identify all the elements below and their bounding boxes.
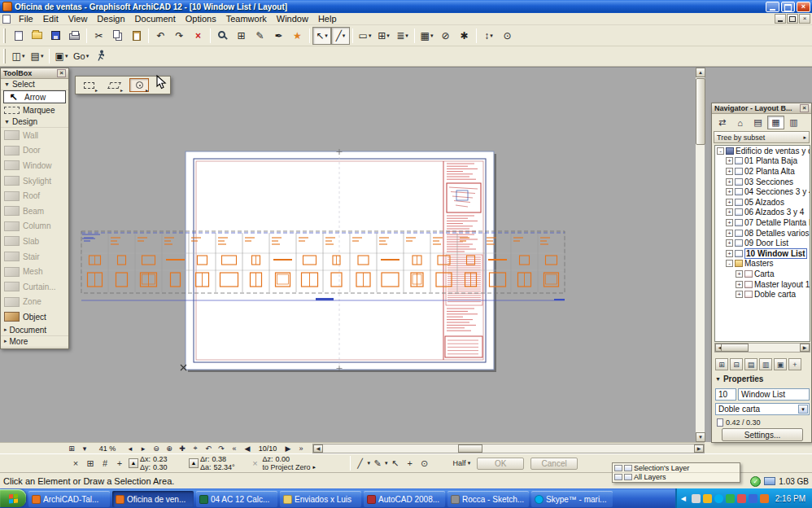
new-file-button[interactable] [9,27,28,45]
line-tool-button[interactable]: ╱▾ [331,27,350,45]
tray-network-icon[interactable] [749,494,757,503]
previous-page-button[interactable]: ◀ [241,443,254,453]
expand-toggle-icon[interactable]: + [726,168,733,175]
walk-mode-button[interactable] [91,47,110,65]
display-options-button[interactable]: ⊞ [65,443,78,453]
zoom-increase-button[interactable]: ▸ [137,443,150,453]
expand-toggle-icon[interactable]: + [726,219,733,226]
toolbox-item[interactable]: Marquee [1,103,68,116]
z-lock-icon[interactable]: × [248,457,263,470]
expand-toggle-icon[interactable]: - [717,147,724,155]
tray-chevron-icon[interactable]: ◀ [681,495,689,502]
favorites-button[interactable]: ★ [288,27,307,45]
chevron-right-icon[interactable]: ▸ [313,463,336,471]
view-map-button[interactable]: ▤ [749,116,766,129]
taskbar-task[interactable]: Rocca - Sketch... [447,491,529,507]
gravity-button[interactable]: ↕▾ [479,27,498,45]
close-icon[interactable]: × [57,69,66,77]
expand-toggle-icon[interactable]: + [726,199,733,206]
tray-messenger-icon[interactable] [726,494,735,503]
tray-volume-icon[interactable] [692,494,701,503]
expand-toggle-icon[interactable]: + [726,239,733,247]
tree-item[interactable]: + 06 Alzados 3 y 4 [715,208,810,218]
origin-button[interactable]: + [112,457,127,470]
scroll-left-button[interactable]: ◀ [313,444,323,453]
expand-toggle-icon[interactable]: + [726,250,733,257]
toolbox-titlebar[interactable]: ToolBox × [1,68,68,79]
layout-id-field[interactable]: 10 [715,388,736,401]
tree-horizontal-scrollbar[interactable]: ◀ ▶ [714,343,810,353]
grid-toggle-button[interactable]: ⊞ [83,457,98,470]
menu-item[interactable]: Window [272,13,313,25]
layer-option[interactable]: Selection's Layer [613,463,740,472]
navigator-preview-button[interactable]: ◫▾ [9,47,28,65]
inject-parameters-button[interactable]: ✒ [269,27,288,45]
scroll-right-button[interactable]: ▶ [800,344,810,352]
menu-item[interactable]: Options [181,13,221,25]
guide-lines-button[interactable]: ╱ [353,457,368,470]
expand-toggle-icon[interactable]: + [726,178,733,186]
toolbox-section-more[interactable]: ▸More [1,336,68,348]
settings-button[interactable]: Settings... [722,428,803,441]
snap-plus-button[interactable]: + [403,457,417,470]
toolbox-item[interactable]: Skylight [1,173,68,189]
toolbox-item[interactable]: Mesh [1,264,68,279]
save-button[interactable] [46,27,65,45]
next-page-button[interactable]: ▶ [282,443,295,453]
toolbox-item[interactable]: Door [1,143,68,159]
menu-item[interactable]: Document [130,13,181,25]
previous-zoom-button[interactable]: ↶ [202,443,215,453]
relative-xy-toggle[interactable]: ▲ [129,458,138,468]
marquee-thin-button[interactable] [79,78,98,92]
tree-item[interactable]: + 09 Door List [715,238,810,248]
dz-value[interactable]: 0.00 [276,455,299,463]
toolbox-section-design[interactable]: ▼Design [1,116,68,128]
dx-value[interactable]: 0.23 [153,455,176,463]
menu-item[interactable]: Design [92,13,129,25]
toolbox-item[interactable]: Zone [1,295,68,310]
taskbar-task[interactable]: Skype™ - mari... [531,491,613,507]
tree-item[interactable]: + 02 Planta Alta [715,166,810,177]
mdi-restore-button[interactable] [787,14,798,24]
master-layout-dropdown[interactable]: Doble carta ▾ [715,403,810,415]
expand-toggle-icon[interactable]: + [726,188,733,195]
pan-button[interactable]: ✚ [176,443,189,453]
publisher-button[interactable]: ▥ [785,116,802,129]
taskbar-task[interactable]: Oficina de ven... [112,491,194,507]
project-chooser-button[interactable]: ⇄ [714,116,731,129]
groups-button[interactable]: ▦▾ [417,27,436,45]
expand-toggle-icon[interactable]: + [736,281,743,288]
tree-item[interactable]: + 08 Detalles varios [715,228,810,239]
tree-item[interactable]: + 03 Secciones [715,177,810,187]
cancel-button[interactable]: Cancel [530,458,578,470]
properties-button[interactable]: + [788,358,801,370]
menu-item[interactable]: Teamwork [221,13,272,25]
toolbox-item[interactable]: Stair [1,249,68,265]
first-page-button[interactable]: « [228,443,241,453]
menu-item[interactable]: View [63,13,93,25]
teamwork-status-icon[interactable]: ✓ [750,476,761,487]
toolbox-section-select[interactable]: ▼Select [1,79,68,90]
vertical-scroll-thumb[interactable] [696,78,705,145]
vertical-scrollbar[interactable]: ▲ ▼ [695,68,705,443]
horizontal-scrollbar[interactable]: ◀ ▶ [312,444,705,453]
skewed-grid-button[interactable]: # [98,457,112,470]
tree-item[interactable]: + 01 Planta Baja [715,156,810,167]
toolbox-item[interactable]: Column [1,219,68,234]
scroll-up-button[interactable]: ▲ [696,68,705,77]
tree-by-subset-selector[interactable]: Tree by subset ▸ [714,131,810,143]
suspend-groups-button[interactable]: ⊘ [436,27,455,45]
tray-shield-icon[interactable] [703,494,712,503]
new-subset-button[interactable]: ⊟ [730,358,743,370]
print-layout-button[interactable]: ▥ [759,358,772,370]
delete-button[interactable]: × [189,27,207,45]
expand-toggle-icon[interactable]: + [726,208,733,216]
tray-antivirus-icon[interactable] [737,494,746,503]
element-settings-button[interactable]: ⊞ [232,27,251,45]
toolbox-section-document[interactable]: ▸Document [1,325,68,336]
start-button[interactable] [0,489,26,507]
zoom-menu-button[interactable]: ▾ [78,443,91,453]
marquee-circle-button[interactable] [129,78,149,92]
pick-up-parameters-button[interactable]: ✎ [251,27,269,45]
next-zoom-button[interactable]: ↷ [215,443,228,453]
